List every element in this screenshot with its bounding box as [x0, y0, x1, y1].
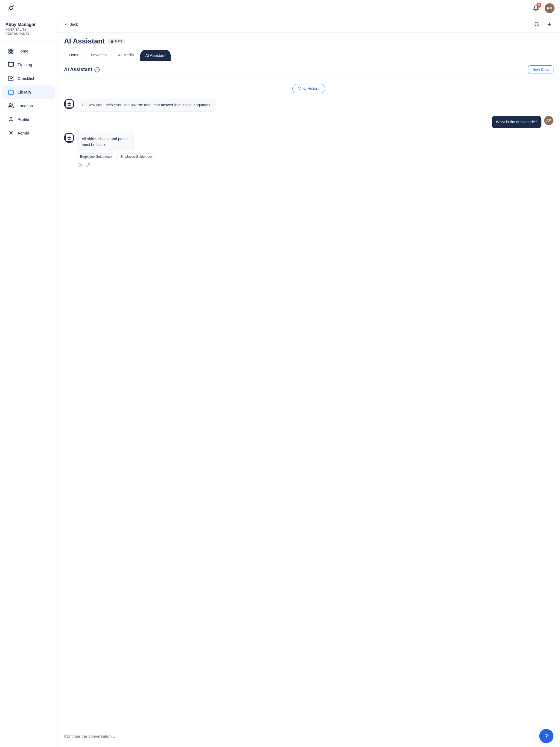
sidebar-item-training-label: Training	[18, 62, 32, 67]
svg-point-8	[535, 22, 538, 26]
search-button[interactable]	[533, 20, 541, 28]
page-title-row: AI Assistant Beta	[64, 37, 554, 45]
back-button[interactable]: Back	[64, 22, 78, 27]
tab-favorites[interactable]: Favorites	[85, 50, 112, 60]
sidebar-item-library-label: Library	[18, 90, 31, 94]
avatar-initials: AM	[546, 6, 553, 10]
sidebar-item-admin[interactable]: Admin	[2, 127, 55, 140]
chevron-left-icon	[64, 22, 68, 26]
doc-tag-1[interactable]: Employee Guide.docx	[77, 153, 115, 160]
admin-icon	[8, 130, 14, 136]
location-icon	[8, 103, 14, 109]
header-right: 9 AM	[531, 3, 555, 13]
library-icon	[8, 89, 14, 96]
user-subtitle: HOSPITALITY RESTAURANTS	[5, 28, 52, 36]
thumbs-down-icon	[85, 163, 90, 167]
training-icon	[8, 61, 14, 68]
user-name: Abby Manager	[5, 22, 52, 28]
bot-avatar-1	[64, 99, 74, 109]
notification-button[interactable]: 9	[531, 3, 541, 13]
messages-area: View History Hi, How can I help? You can…	[57, 78, 560, 725]
top-header: 9 AM	[0, 0, 560, 17]
sidebar-item-location[interactable]: Location	[2, 99, 55, 112]
user-info: Abby Manager HOSPITALITY RESTAURANTS	[0, 22, 57, 42]
bot-response-area-2: All shirts, shoes, and pants must be bla…	[77, 133, 158, 169]
tab-ai-assistant[interactable]: AI Assistant	[140, 50, 171, 61]
svg-rect-3	[9, 51, 10, 53]
view-history-row: View History	[64, 84, 554, 93]
thumbs-up-icon	[78, 163, 82, 167]
robot-icon	[110, 40, 114, 43]
doc-tags: Employee Guide.docx Employee Guide.docx	[77, 153, 158, 160]
checklist-icon	[8, 75, 14, 82]
sidebar-item-home[interactable]: Home	[2, 45, 55, 58]
info-button[interactable]: i	[94, 67, 100, 73]
thumbs-up-button[interactable]	[77, 162, 82, 169]
app-logo	[5, 2, 18, 14]
svg-rect-2	[11, 49, 13, 50]
sidebar-item-checklist-label: Checklist	[18, 76, 34, 81]
thumbs-down-button[interactable]	[85, 162, 90, 169]
bot-icon	[67, 101, 72, 106]
user-message-1: AM What is the dress code?	[64, 116, 554, 128]
home-icon	[8, 48, 14, 54]
chat-subheader: AI Assistant i New Chat	[57, 61, 560, 78]
sidebar-item-library[interactable]: Library	[2, 85, 55, 99]
content-area: Back AI Assistant Beta Home	[57, 17, 560, 747]
notification-badge: 9	[536, 3, 541, 8]
beta-label: Beta	[115, 40, 122, 43]
sidebar-item-admin-label: Admin	[18, 131, 29, 135]
bot-message-bubble-2: All shirts, shoes, and pants must be bla…	[77, 133, 134, 151]
logo-area	[5, 2, 18, 14]
header-actions	[533, 20, 554, 28]
new-chat-button[interactable]: New Chat	[528, 66, 554, 74]
chat-input[interactable]	[64, 734, 536, 739]
beta-badge: Beta	[107, 38, 125, 44]
profile-icon	[8, 116, 14, 123]
content-header: Back	[57, 17, 560, 32]
input-area: ?	[57, 725, 560, 747]
tab-home[interactable]: Home	[64, 50, 84, 60]
chat-inner: AI Assistant i New Chat View History	[57, 61, 560, 747]
user-message-bubble-1: What is the dress code?	[492, 116, 541, 128]
view-history-button[interactable]: View History	[292, 84, 325, 93]
search-icon	[534, 22, 539, 27]
sidebar-item-home-label: Home	[18, 49, 28, 53]
svg-rect-1	[9, 49, 10, 50]
tab-all-media[interactable]: All Media	[113, 50, 139, 60]
svg-point-0	[5, 2, 18, 14]
send-icon: ?	[545, 733, 548, 739]
chat-title: AI Assistant	[64, 67, 92, 73]
page-title-area: AI Assistant Beta Home Favorites All Med…	[57, 32, 560, 61]
bot-message-2: All shirts, shoes, and pants must be bla…	[64, 133, 554, 169]
sidebar-item-location-label: Location	[18, 103, 33, 108]
sidebar-item-profile-label: Profile	[18, 117, 29, 122]
main-layout: Abby Manager HOSPITALITY RESTAURANTS Hom…	[0, 17, 560, 747]
feedback-row	[77, 162, 158, 169]
back-label: Back	[70, 22, 78, 27]
sidebar-item-profile[interactable]: Profile	[2, 113, 55, 126]
user-avatar-msg-1: AM	[544, 116, 554, 125]
tabs-row: Home Favorites All Media AI Assistant	[64, 50, 554, 61]
svg-rect-4	[11, 51, 13, 53]
chat-container: AI Assistant i New Chat View History	[57, 61, 560, 747]
sidebar-item-training[interactable]: Training	[2, 58, 55, 71]
send-button[interactable]: ?	[539, 729, 554, 743]
chat-title-row: AI Assistant i	[64, 67, 100, 73]
sidebar-item-checklist[interactable]: Checklist	[2, 72, 55, 85]
doc-tag-2[interactable]: Employee Guide.docx	[117, 153, 155, 160]
svg-point-5	[9, 103, 11, 105]
bot-avatar-2	[64, 133, 74, 143]
bot-icon-2	[67, 135, 72, 140]
page-title: AI Assistant	[64, 37, 105, 45]
svg-point-7	[10, 132, 12, 134]
plus-icon	[546, 21, 552, 27]
sidebar: Abby Manager HOSPITALITY RESTAURANTS Hom…	[0, 17, 57, 747]
bot-message-1: Hi, How can I help? You can ask me and I…	[64, 99, 554, 111]
svg-point-6	[10, 117, 12, 119]
bot-message-bubble-1: Hi, How can I help? You can ask me and I…	[77, 99, 216, 111]
user-avatar-button[interactable]: AM	[545, 3, 555, 13]
add-button[interactable]	[545, 20, 554, 28]
svg-line-9	[538, 25, 539, 27]
